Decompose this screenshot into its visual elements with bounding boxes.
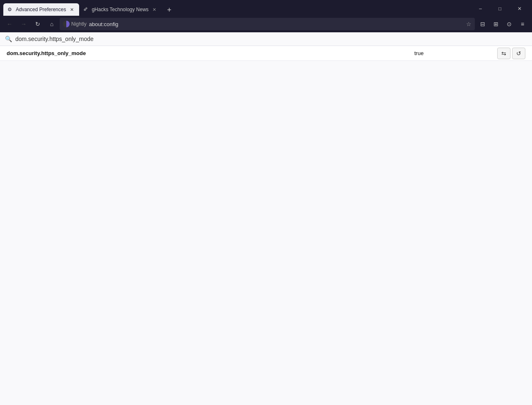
search-icon: 🔍 bbox=[5, 36, 12, 42]
maximize-button[interactable]: □ bbox=[491, 3, 509, 14]
preferences-table: dom.security.https_only_mode true ⇆ ↺ bbox=[0, 46, 532, 405]
tab-title-advanced: Advanced Preferences bbox=[16, 7, 66, 12]
nightly-badge: Nightly bbox=[63, 21, 87, 27]
menu-button[interactable]: ≡ bbox=[516, 18, 529, 30]
account-icon: ⊙ bbox=[507, 21, 512, 27]
tab-bar: ⚙ Advanced Preferences ✕ 🗞 gHacks Techno… bbox=[0, 0, 532, 16]
search-bar: 🔍 bbox=[0, 32, 532, 46]
toggle-icon: ⇆ bbox=[501, 50, 506, 57]
menu-icon: ≡ bbox=[521, 21, 524, 27]
new-tab-button[interactable]: + bbox=[164, 4, 175, 16]
preference-name: dom.security.https_only_mode bbox=[7, 50, 414, 56]
nav-bar: ← → ↻ ⌂ Nightly ☆ ⊟ ⊞ ⊙ ≡ bbox=[0, 16, 532, 32]
nightly-icon bbox=[63, 21, 70, 27]
minimize-button[interactable]: – bbox=[471, 3, 490, 14]
preference-search-input[interactable] bbox=[15, 36, 527, 42]
preference-actions: ⇆ ↺ bbox=[497, 48, 525, 59]
reset-icon: ↺ bbox=[516, 50, 521, 57]
tab-favicon-ghacks: 🗞 bbox=[83, 7, 89, 12]
address-input[interactable] bbox=[89, 21, 464, 27]
reload-button[interactable]: ↻ bbox=[31, 18, 44, 30]
home-button[interactable]: ⌂ bbox=[46, 18, 58, 30]
tab-close-ghacks[interactable]: ✕ bbox=[151, 6, 158, 13]
tab-title-ghacks: gHacks Technology News bbox=[92, 7, 148, 12]
tab-ghacks[interactable]: 🗞 gHacks Technology News ✕ bbox=[79, 3, 162, 16]
close-button[interactable]: ✕ bbox=[510, 3, 529, 14]
preference-value: true bbox=[414, 50, 497, 56]
account-button[interactable]: ⊙ bbox=[503, 18, 515, 30]
forward-button[interactable]: → bbox=[17, 18, 30, 30]
reset-preference-button[interactable]: ↺ bbox=[512, 48, 525, 59]
sidebar-button[interactable]: ⊞ bbox=[490, 18, 502, 30]
toggle-preference-button[interactable]: ⇆ bbox=[497, 48, 510, 59]
tab-advanced-preferences[interactable]: ⚙ Advanced Preferences ✕ bbox=[3, 3, 79, 16]
tab-favicon-advanced: ⚙ bbox=[7, 7, 13, 12]
toolbar-right: ⊟ ⊞ ⊙ ≡ bbox=[476, 18, 529, 30]
back-button[interactable]: ← bbox=[3, 18, 16, 30]
tab-close-advanced[interactable]: ✕ bbox=[68, 6, 75, 13]
bookmarks-icon: ⊟ bbox=[480, 21, 485, 27]
sidebar-icon: ⊞ bbox=[493, 21, 498, 27]
bookmarks-button[interactable]: ⊟ bbox=[476, 18, 489, 30]
page-content: 🔍 dom.security.https_only_mode true ⇆ ↺ bbox=[0, 32, 532, 405]
window-controls: – □ ✕ bbox=[471, 3, 529, 16]
nightly-label: Nightly bbox=[71, 21, 87, 27]
preference-row: dom.security.https_only_mode true ⇆ ↺ bbox=[0, 46, 532, 61]
bookmark-star-button[interactable]: ☆ bbox=[466, 21, 472, 27]
address-bar-container: Nightly ☆ bbox=[60, 18, 475, 30]
